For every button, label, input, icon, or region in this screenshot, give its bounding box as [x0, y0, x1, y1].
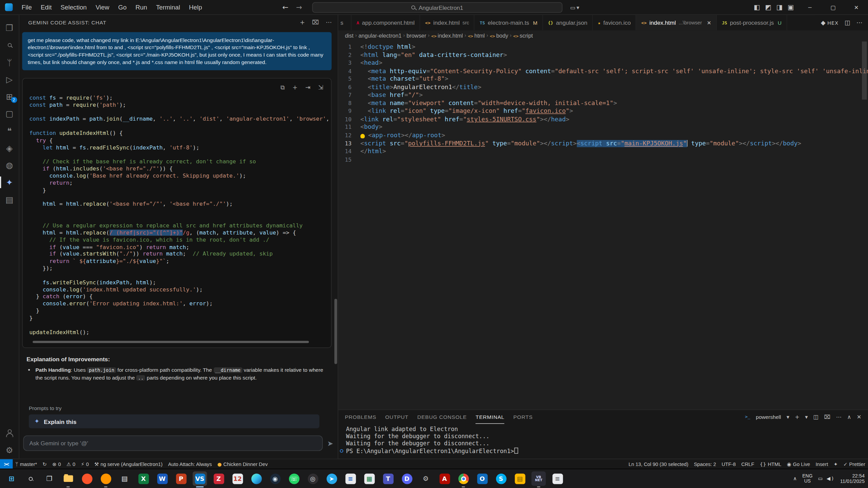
status-encoding[interactable]: UTF-8 — [719, 459, 738, 469]
send-button[interactable]: ➤ — [327, 439, 333, 447]
taskbar-whatsapp[interactable]: ☏ — [287, 471, 301, 486]
panel-tab-ports[interactable]: PORTS — [513, 410, 533, 424]
taskbar-chrome[interactable] — [456, 471, 470, 486]
code-horizontal-scrollbar[interactable] — [33, 341, 309, 343]
panel-tab-terminal[interactable]: TERMINAL — [476, 410, 505, 424]
taskbar-excel[interactable]: X — [136, 471, 151, 486]
taskbar-system-utility[interactable]: ⚙ — [418, 471, 433, 486]
taskbar-notepad[interactable]: ≡ — [550, 471, 565, 486]
breadcrumb-item-script[interactable]: <>script — [513, 33, 533, 39]
command-center-search[interactable]: AngularElectron1 — [312, 2, 563, 13]
status-cursor-position[interactable]: Ln 13, Col 90 (30 selected) — [626, 459, 691, 469]
browser-preview-icon[interactable]: ▭ — [570, 4, 575, 10]
activity-item-extensions[interactable]: ⊞2 — [0, 88, 19, 105]
chat-more-actions-icon[interactable]: ⋯ — [326, 19, 332, 26]
insert-at-cursor-icon[interactable]: ⇥ — [305, 84, 311, 91]
shell-label[interactable]: powershell — [756, 414, 781, 420]
status-language-mode[interactable]: {}HTML — [757, 459, 784, 469]
taskbar-skype[interactable]: S — [494, 471, 508, 486]
status-chicken-dinner-dev[interactable]: ●Chicken Dinner Dev — [215, 459, 271, 469]
status-indentation[interactable]: Spaces: 2 — [691, 459, 719, 469]
explain-this-button[interactable]: ✦ Explain this — [29, 414, 319, 428]
activity-item-chat[interactable]: ❝ — [0, 122, 19, 140]
taskbar-task-view[interactable]: ❐ — [42, 471, 56, 486]
tab-s[interactable]: s — [338, 15, 352, 30]
language-indicator[interactable]: ENG US — [802, 474, 812, 484]
menu-help[interactable]: Help — [184, 4, 206, 11]
tray-chevron-icon[interactable]: ∧ — [793, 476, 797, 481]
activity-item-remote-explorer[interactable]: ▢ — [0, 105, 19, 122]
maximize-panel-icon[interactable]: ∧ — [847, 414, 851, 420]
editor-scrollbar[interactable] — [862, 41, 867, 99]
shell-dropdown-icon[interactable]: ▾ — [787, 414, 789, 420]
tab-app-component-html[interactable]: Aapp.component.html — [352, 15, 420, 30]
taskbar-brave[interactable] — [80, 471, 94, 486]
taskbar-discord[interactable]: D — [400, 471, 414, 486]
taskbar-teams[interactable]: T — [381, 471, 395, 486]
panel-tab-debug-console[interactable]: DEBUG CONSOLE — [417, 410, 467, 424]
status-eol-sequence[interactable]: CRLF — [738, 459, 757, 469]
clear-chat-icon[interactable]: ⌧ — [312, 19, 319, 26]
taskbar-file-explorer[interactable] — [61, 471, 75, 486]
nav-back-icon[interactable]: ← — [282, 3, 289, 11]
status-warnings[interactable]: ⚠0 — [64, 459, 78, 469]
taskbar-vscode[interactable]: VS — [193, 471, 207, 486]
copy-code-icon[interactable]: ⧉ — [280, 84, 285, 91]
activity-item-live-server[interactable]: ◍ — [0, 157, 19, 174]
share-chat-icon[interactable]: + — [300, 19, 305, 26]
add-to-file-icon[interactable]: + — [293, 84, 298, 91]
status-sparkle-icon[interactable]: ✦ — [831, 459, 841, 469]
maximize-button[interactable]: ▢ — [822, 0, 845, 15]
expand-code-icon[interactable]: ⇲ — [318, 84, 323, 91]
status-prettier[interactable]: ✓Prettier — [841, 459, 868, 469]
close-panel-icon[interactable]: ✕ — [857, 414, 862, 420]
terminal[interactable]: Angular link adapted to ElectronWaiting … — [338, 424, 868, 459]
toggle-secondary-sidebar-icon[interactable]: ◨ — [776, 3, 783, 11]
taskbar-telegram[interactable]: ➤ — [324, 471, 339, 486]
chat-input[interactable]: Ask Gemini or type '@' — [23, 435, 323, 451]
tab-electron-main-ts[interactable]: TSelectron-main.tsM — [475, 15, 543, 30]
activity-item-accounts[interactable] — [0, 424, 19, 442]
status-insert-mode[interactable]: Insert — [813, 459, 831, 469]
taskbar-writer-document[interactable]: ≡ — [343, 471, 357, 486]
status-ng-serve-task[interactable]: ⚒ng serve (AngularElectron1) — [92, 459, 165, 469]
tab-favicon-ico[interactable]: ★favicon.ico — [593, 15, 636, 30]
browser-preview-caret-icon[interactable]: ▾ — [576, 4, 579, 10]
status-go-live[interactable]: ◉Go Live — [784, 459, 813, 469]
breadcrumb-item-browser[interactable]: browser — [407, 33, 426, 39]
taskbar-zotero[interactable]: Z — [212, 471, 226, 486]
taskbar-search[interactable] — [23, 471, 38, 486]
tab-angular-json[interactable]: {}angular.json — [543, 15, 593, 30]
menu-view[interactable]: View — [91, 4, 114, 11]
status-remote-indicator[interactable]: >< — [0, 459, 13, 469]
taskbar-firefox[interactable] — [99, 471, 113, 486]
taskbar-sticky-notes[interactable]: ▤ — [513, 471, 527, 486]
activity-item-docker[interactable]: ◈ — [0, 139, 19, 157]
breadcrumb-item-angular-electron1[interactable]: angular-electron1 — [358, 33, 401, 39]
split-editor-icon[interactable]: ◫ — [845, 19, 850, 26]
taskbar-libreoffice[interactable]: ▤ — [117, 471, 132, 486]
activity-item-gemini-code-assist[interactable]: ✦ — [0, 174, 19, 191]
status-auto-attach[interactable]: Auto Attach: Always — [165, 459, 215, 469]
activity-item-settings-gear[interactable]: ⚙ — [0, 442, 19, 459]
taskbar-steam[interactable]: ◉ — [268, 471, 282, 486]
taskbar-spreadsheet[interactable]: ▦ — [362, 471, 376, 486]
breadcrumb-item-dist[interactable]: dist — [345, 33, 353, 39]
taskbar-vbnet[interactable]: VB NET — [531, 471, 546, 486]
taskbar-start[interactable]: ⊞ — [4, 471, 19, 486]
terminal-more-actions-icon[interactable]: ⋯ — [836, 414, 842, 420]
toggle-sidebar-icon[interactable]: ◧ — [754, 3, 760, 11]
breadcrumb-item-index-html[interactable]: <>index.html — [431, 33, 463, 39]
taskbar-obs[interactable]: ◎ — [305, 471, 320, 486]
taskbar-word[interactable]: W — [155, 471, 169, 486]
menu-file[interactable]: File — [17, 4, 36, 11]
menu-edit[interactable]: Edit — [36, 4, 56, 11]
chat-scrollbar[interactable] — [334, 299, 337, 364]
taskbar-edge[interactable] — [249, 471, 263, 486]
activity-item-project-manager[interactable]: ▤ — [0, 191, 19, 208]
new-terminal-icon[interactable]: + — [795, 414, 800, 420]
menu-terminal[interactable]: Terminal — [152, 4, 184, 11]
status-sync-changes[interactable]: ↻ — [40, 459, 50, 469]
activity-item-search[interactable] — [0, 37, 19, 54]
menu-go[interactable]: Go — [114, 4, 131, 11]
